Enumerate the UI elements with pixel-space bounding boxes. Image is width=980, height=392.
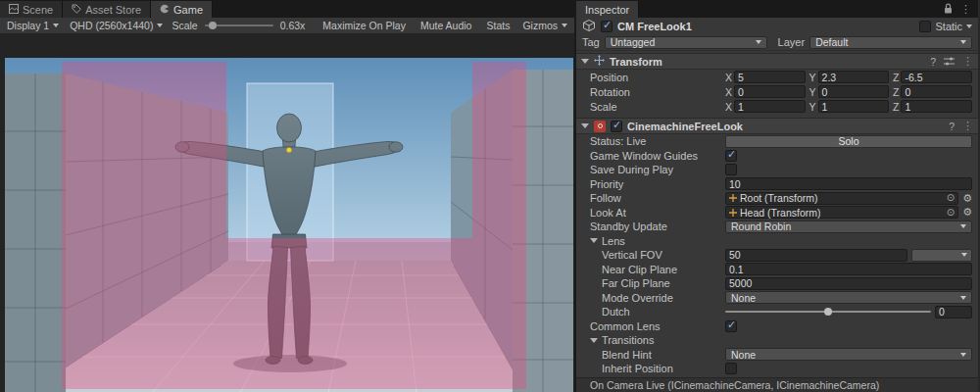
priority-field[interactable]: 10 — [725, 177, 972, 190]
save-during-play-checkbox[interactable] — [725, 164, 737, 175]
rotation-y-field[interactable]: 0 — [818, 85, 890, 98]
mode-override-dropdown[interactable]: None — [725, 291, 972, 304]
foldout-open-icon[interactable] — [581, 123, 589, 128]
near-clip-field[interactable]: 0.1 — [725, 263, 972, 275]
transform-header-icons: ? ⋮ — [930, 55, 973, 68]
layer-dropdown[interactable]: Default — [809, 36, 972, 49]
common-lens-checkbox[interactable] — [725, 320, 737, 332]
lock-icon[interactable] — [944, 3, 953, 16]
inherit-position-row: Inherit Position — [576, 362, 978, 376]
static-checkbox[interactable] — [919, 21, 931, 32]
tab-label: Asset Store — [85, 4, 141, 16]
chevron-down-icon — [960, 296, 966, 300]
game-toolbar: Display 1 QHD (2560x1440) Scale 0.63x Ma… — [0, 18, 574, 34]
help-icon[interactable]: ? — [949, 121, 955, 132]
gameobject-header: CM FreeLook1 Static — [576, 18, 978, 34]
guides-checkbox[interactable] — [725, 150, 737, 162]
scale-slider[interactable] — [205, 20, 273, 31]
object-picker-icon[interactable]: ⊙ — [947, 208, 955, 218]
chevron-down-icon — [961, 253, 967, 257]
cinemachine-icon — [594, 121, 606, 132]
far-clip-field[interactable]: 5000 — [725, 277, 972, 290]
mute-audio-button[interactable]: Mute Audio — [416, 20, 476, 31]
kebab-menu-icon[interactable]: ⋮ — [962, 120, 973, 132]
lens-preset-dropdown[interactable] — [911, 249, 972, 262]
scale-row: Scale X 1 Y 1 Z 1 — [576, 99, 978, 114]
chevron-down-icon — [960, 40, 966, 44]
kebab-menu-icon[interactable]: ⋮ — [960, 3, 971, 16]
display-dropdown-label: Display 1 — [7, 20, 49, 31]
tab-asset-store[interactable]: Asset Store — [63, 1, 151, 18]
position-y-field[interactable]: 2.3 — [818, 71, 890, 83]
transform-header[interactable]: Transform ? ⋮ — [576, 53, 978, 70]
cinemachine-freelook-header[interactable]: CinemachineFreeLook ? ⋮ — [576, 118, 978, 134]
priority-row: Priority 10 — [576, 177, 978, 192]
common-lens-row: Common Lens — [576, 319, 978, 334]
dutch-field[interactable]: 0 — [935, 306, 972, 318]
tab-inspector[interactable]: Inspector — [576, 1, 639, 18]
foldout-open-icon[interactable] — [581, 59, 589, 64]
tag-value: Untagged — [611, 36, 656, 48]
help-icon[interactable]: ? — [930, 56, 936, 68]
gizmos-dropdown[interactable]: Gizmos — [520, 20, 569, 31]
inherit-position-checkbox[interactable] — [725, 363, 737, 374]
chevron-down-icon — [157, 24, 163, 27]
presets-icon[interactable] — [944, 56, 955, 68]
follow-row: Follow Root (Transform) ⊙ ⚙ — [576, 191, 978, 206]
rotation-row: Rotation X 0 Y 0 Z 0 — [576, 84, 978, 99]
game-viewport-area[interactable] — [0, 34, 574, 392]
gameobject-cube-icon — [582, 19, 596, 34]
tab-game[interactable]: Game — [151, 1, 213, 18]
foldout-open-icon[interactable] — [590, 338, 598, 343]
vertical-fov-field[interactable]: 50 — [725, 249, 907, 262]
transitions-foldout[interactable]: Transitions — [576, 333, 978, 348]
display-dropdown[interactable]: Display 1 — [5, 20, 61, 31]
tag-layer-row: Tag Untagged Layer Default — [576, 34, 978, 51]
follow-object-field[interactable]: Root (Transform) ⊙ — [725, 192, 958, 205]
layer-label: Layer — [778, 36, 806, 48]
object-picker-icon[interactable]: ⊙ — [947, 193, 955, 203]
tag-label: Tag — [582, 36, 600, 48]
rotation-z-field[interactable]: 0 — [901, 85, 972, 98]
rotation-x-field[interactable]: 0 — [734, 85, 806, 98]
follow-gear-icon[interactable]: ⚙ — [962, 193, 972, 204]
scale-x-field[interactable]: 1 — [734, 100, 806, 113]
component-enabled-checkbox[interactable] — [611, 121, 622, 132]
lens-foldout[interactable]: Lens — [576, 234, 978, 249]
kebab-menu-icon[interactable]: ⋮ — [962, 55, 973, 68]
game-window-guides-row: Game Window Guides — [576, 149, 978, 164]
lookat-gear-icon[interactable]: ⚙ — [962, 207, 972, 218]
scale-y-field[interactable]: 1 — [818, 100, 890, 113]
gizmos-dropdown-label: Gizmos — [522, 20, 558, 31]
scale-value: 0.63x — [280, 20, 306, 31]
cinemachine-status-footer: On Camera Live (ICinemachineCamera, ICin… — [576, 377, 978, 392]
tab-scene[interactable]: Scene — [0, 1, 63, 18]
maximize-on-play-button[interactable]: Maximize On Play — [318, 20, 410, 31]
chevron-down-icon — [756, 40, 761, 44]
static-dropdown[interactable]: Static — [919, 21, 972, 32]
resolution-dropdown[interactable]: QHD (2560x1440) — [68, 20, 165, 31]
dutch-slider[interactable] — [725, 306, 931, 318]
inspector-tabstrip: Inspector ⋮ — [576, 0, 978, 18]
gameobject-name-field[interactable]: CM FreeLook1 — [617, 21, 914, 32]
foldout-open-icon[interactable] — [590, 238, 598, 243]
position-row: Position X 5 Y 2.3 Z -6.5 — [576, 70, 978, 84]
blend-hint-dropdown[interactable]: None — [725, 348, 972, 361]
inspector-strip-icons: ⋮ — [944, 0, 978, 18]
position-z-field[interactable]: -6.5 — [901, 71, 972, 83]
far-clip-row: Far Clip Plane 5000 — [576, 276, 978, 291]
stats-button[interactable]: Stats — [482, 20, 514, 31]
position-x-field[interactable]: 5 — [734, 71, 806, 83]
scale-z-field[interactable]: 1 — [901, 100, 972, 113]
solo-button[interactable]: Solo — [725, 135, 972, 148]
transform-icon — [594, 55, 605, 68]
lookat-object-field[interactable]: Head (Transform) ⊙ — [725, 206, 958, 219]
slider-knob[interactable] — [209, 22, 217, 29]
standby-update-dropdown[interactable]: Round Robin — [725, 220, 972, 233]
mode-override-row: Mode Override None — [576, 291, 978, 306]
tag-dropdown[interactable]: Untagged — [605, 36, 767, 49]
component-title: CinemachineFreeLook — [627, 121, 743, 132]
active-checkbox[interactable] — [601, 21, 612, 32]
left-tabstrip: Scene Asset Store Game — [0, 0, 574, 18]
slider-handle[interactable] — [824, 308, 832, 316]
